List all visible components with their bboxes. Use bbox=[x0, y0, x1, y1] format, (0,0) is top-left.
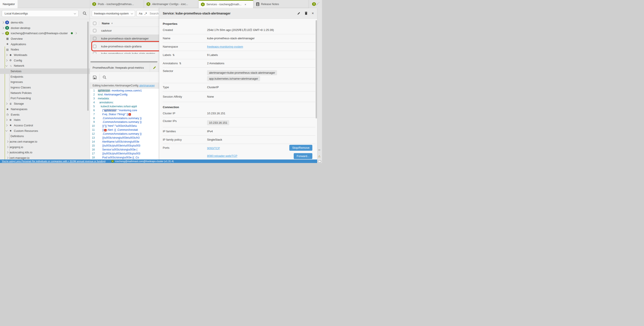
sidebar-item-network[interactable]: ↑↓Network bbox=[0, 63, 90, 69]
column-name[interactable]: Name bbox=[102, 22, 110, 25]
detail-row-cluster-ips: Cluster IPs10.233.16.151 bbox=[163, 118, 316, 127]
port-link[interactable]: 8080:reloader-web/TCP bbox=[207, 154, 237, 158]
sidebar-item-label: Access Control bbox=[14, 124, 33, 127]
sidebar-item-docker-desktop[interactable]: ✳docker-desktop bbox=[0, 25, 90, 31]
sort-icon[interactable]: ⇅ bbox=[172, 54, 174, 56]
sidebar-item-storage[interactable]: ≣Storage bbox=[0, 101, 90, 106]
sidebar-item-applications[interactable]: ❖Applications bbox=[0, 42, 90, 47]
tab-release-notes[interactable]: Release Notes bbox=[254, 0, 308, 8]
detail-label: IP family policy bbox=[163, 138, 207, 141]
table-row[interactable]: kube-prometheus-stack-alertmanager bbox=[90, 35, 159, 42]
detail-value-link[interactable]: freeleaps-monitoring-system bbox=[207, 45, 243, 48]
section-title: Connection bbox=[163, 106, 316, 109]
lens-window: Navigator ✳Pods - icecheng@mathmas...✳Al… bbox=[0, 0, 322, 163]
dock-tab[interactable]: PrometheusRule: freepeals-prod-metrics bbox=[90, 64, 159, 72]
sidebar-item-cert-manager-io[interactable]: cert-manager.io bbox=[0, 155, 90, 160]
table-row[interactable]: kube-prometheus-stack-kube-state-metrics bbox=[90, 50, 159, 54]
sidebar-item-endpoints[interactable]: Endpoints bbox=[0, 74, 90, 80]
stop-remove-button[interactable]: Stop/Remove bbox=[289, 145, 312, 151]
sidebar-item-demo-k8s[interactable]: ✳demo-k8s bbox=[0, 20, 90, 25]
navigator-search-icon[interactable] bbox=[82, 11, 87, 16]
license-banner-link[interactable]: You're using Lens Personal (for individu… bbox=[2, 160, 106, 162]
sidebar-item-icecheng-mathmast-com-freeleaps-cluster[interactable]: ✳icecheng@mathmast.com@freeleaps-cluster bbox=[0, 30, 90, 36]
port-link[interactable]: 9093/TCP bbox=[207, 146, 237, 150]
chevron-down-icon bbox=[74, 12, 76, 14]
line-number: 3 bbox=[90, 97, 98, 100]
workloads-icon: ◆ bbox=[9, 53, 12, 56]
tab-alertmanager-configs-ice[interactable]: ✳Alertmanager Configs - icec... bbox=[144, 0, 198, 8]
sidebar-item-custom-resources[interactable]: ■Custom Resources bbox=[0, 128, 90, 134]
dock-tab-title: PrometheusRule: freepeals-prod-metrics bbox=[92, 66, 144, 69]
sidebar-item-overview[interactable]: ▦Overview bbox=[0, 36, 90, 42]
sidebar-item-label: Network bbox=[14, 64, 24, 67]
search-input[interactable] bbox=[149, 12, 159, 15]
sidebar-item-services[interactable]: Services bbox=[0, 68, 90, 74]
value-chip: 10.233.16.151 bbox=[207, 120, 229, 125]
tab-services-icecheng-math-[interactable]: ✳Services - icecheng@math...× bbox=[198, 0, 253, 8]
table-row[interactable]: kube-prometheus-stack-grafana bbox=[90, 42, 159, 50]
edit-icon[interactable] bbox=[297, 12, 300, 15]
detail-row-name: Namekube-prometheus-stack-alertmanager bbox=[163, 34, 316, 42]
alarm-emoji: ✳ bbox=[104, 129, 106, 132]
kubeconfig-select[interactable]: Local Kubeconfigs bbox=[2, 10, 78, 17]
row-checkbox[interactable] bbox=[93, 52, 96, 54]
editing-object-link[interactable]: alertmanager bbox=[139, 84, 155, 87]
regex-icon[interactable]: .* bbox=[144, 12, 147, 15]
sidebar-item-acme-cert-manager-io[interactable]: acme.cert-manager.io bbox=[0, 139, 90, 144]
network-icon: ↑↓ bbox=[9, 64, 12, 67]
sidebar-item-ingresses[interactable]: Ingresses bbox=[0, 80, 90, 85]
row-checkbox[interactable] bbox=[93, 29, 96, 32]
row-checkbox[interactable] bbox=[93, 37, 96, 40]
sort-icon[interactable]: ⇅ bbox=[179, 62, 182, 65]
sidebar-item-config[interactable]: ⚙Config bbox=[0, 58, 90, 63]
sidebar-item-port-forwarding[interactable]: Port Forwarding bbox=[0, 96, 90, 101]
sidebar-item-namespaces[interactable]: ◈Namespaces bbox=[0, 106, 90, 112]
tab-close-icon[interactable]: × bbox=[244, 3, 246, 6]
code-line: 9 .CommonAnnotations.summary }} bbox=[90, 120, 159, 124]
active-cluster-label[interactable]: icecheng@mathmast.com@freeleaps-cluster … bbox=[115, 160, 174, 162]
sidebar-item-nodes[interactable]: ▤Nodes bbox=[0, 47, 90, 52]
save-icon[interactable] bbox=[92, 75, 97, 80]
table-horizontal-scrollbar[interactable] bbox=[90, 61, 158, 62]
editor-search-icon[interactable] bbox=[102, 75, 106, 80]
service-details-panel: Service: kube-prometheus-stack-alertmana… bbox=[159, 8, 317, 163]
sidebar-item-argoproj-io[interactable]: argoproj.io bbox=[0, 144, 90, 150]
sidebar-item-events[interactable]: ◷Events bbox=[0, 112, 90, 117]
forward-button[interactable]: Forward... bbox=[294, 153, 312, 159]
details-scrollbar[interactable] bbox=[316, 20, 317, 118]
sidebar-item-access-control[interactable]: ■Access Control bbox=[0, 123, 90, 128]
match-case-icon[interactable]: Aa bbox=[139, 12, 142, 15]
detail-label: Cluster IPs bbox=[163, 119, 207, 123]
navigator-tab[interactable]: Navigator bbox=[0, 0, 18, 8]
kubernetes-icon: ✳ bbox=[5, 26, 9, 30]
sidebar-item-autoscaling-k8s-io[interactable]: autoscaling.k8s.io bbox=[0, 150, 90, 155]
sidebar-item-label: Helm bbox=[14, 118, 20, 122]
yaml-editor[interactable]: 1apiVersion: monitoring.coreos.com/v12ki… bbox=[90, 89, 159, 163]
sidebar-item-workloads[interactable]: ◆Workloads bbox=[0, 52, 90, 58]
code-text: kind: AlertmanagerConfig bbox=[98, 93, 128, 96]
service-name-cell: cadvisor bbox=[101, 29, 112, 32]
table-row[interactable]: cadvisor bbox=[90, 27, 159, 35]
sidebar-scrollbar[interactable] bbox=[87, 22, 88, 111]
nodes-icon: ▤ bbox=[6, 48, 9, 51]
select-all-checkbox[interactable] bbox=[93, 22, 96, 25]
service-name-cell: kube-prometheus-stack-kube-state-metrics bbox=[101, 52, 155, 54]
chevron-right-icon bbox=[6, 54, 8, 56]
close-icon[interactable]: × bbox=[312, 11, 314, 16]
row-checkbox[interactable] bbox=[93, 45, 96, 48]
line-number: 2 bbox=[90, 93, 98, 96]
detail-label: Selector bbox=[163, 69, 207, 72]
line-number: 17 bbox=[90, 152, 98, 155]
sidebar-item-definitions[interactable]: Definitions bbox=[0, 134, 90, 139]
tab-pods-icecheng-mathmas-[interactable]: ✳Pods - icecheng@mathmas... bbox=[90, 0, 144, 8]
sidebar-item-label: Nodes bbox=[11, 48, 19, 51]
code-text: }}\u003c/strong\u003e\u003c/h3 bbox=[98, 136, 140, 139]
sidebar-item-ingress-classes[interactable]: Ingress Classes bbox=[0, 85, 90, 90]
namespace-select[interactable]: freeleaps-monitoring-system bbox=[92, 10, 135, 17]
edit-icon[interactable] bbox=[153, 66, 156, 70]
sidebar-item-label: autoscaling.k8s.io bbox=[10, 151, 32, 154]
sidebar-item-network-policies[interactable]: Network Policies bbox=[0, 90, 90, 96]
line-number: 1 bbox=[90, 89, 98, 92]
sidebar-item-helm[interactable]: ☸Helm bbox=[0, 117, 90, 123]
delete-icon[interactable] bbox=[304, 12, 308, 15]
